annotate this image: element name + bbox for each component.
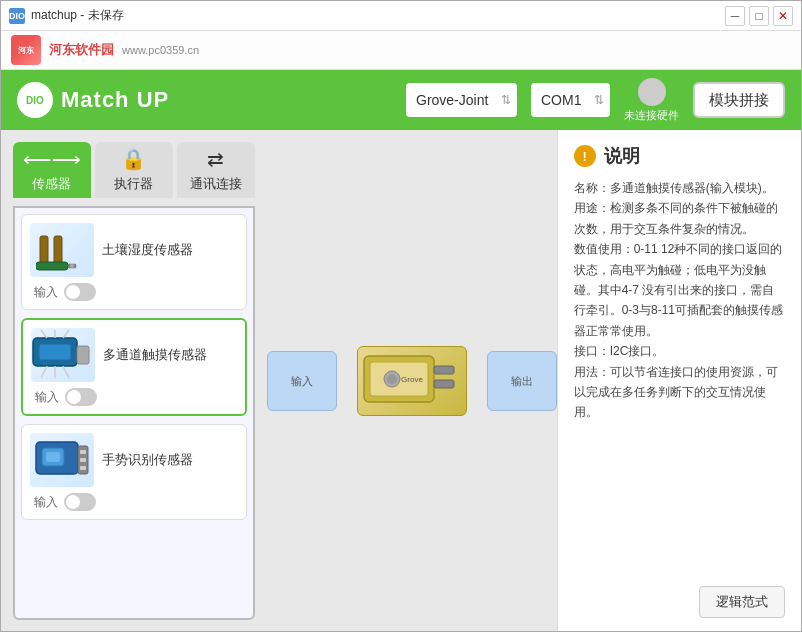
svg-line-7: [41, 330, 47, 338]
sensor-bottom: 输入: [30, 283, 238, 301]
app-logo: DIO Match UP: [17, 82, 169, 118]
input-block: 输入: [267, 351, 337, 411]
module-block: Grove: [357, 346, 467, 416]
sensor-bottom: 输入: [30, 493, 238, 511]
svg-rect-23: [434, 366, 454, 374]
svg-rect-19: [80, 458, 86, 462]
right-panel: ! 说明 名称：多通道触摸传感器(输入模块)。 用途：检测多条不同的条件下被触碰…: [557, 130, 801, 632]
svg-rect-0: [40, 236, 48, 264]
svg-rect-6: [39, 344, 71, 360]
port-select[interactable]: COM1COM2COM3: [531, 83, 610, 117]
tab-comm-label: 通讯连接: [190, 175, 242, 193]
sensor-type: 输入: [35, 389, 59, 406]
svg-rect-2: [36, 262, 68, 270]
svg-line-10: [41, 366, 47, 378]
info-header: ! 说明: [574, 144, 785, 168]
svg-rect-24: [434, 380, 454, 388]
sensor-name: 手势识别传感器: [102, 451, 193, 469]
main-area: ⟵⟶ 传感器 🔒 执行器 ⇄ 通讯连接: [1, 130, 801, 632]
sensor-top: 多通道触摸传感器: [31, 328, 237, 382]
tab-sensor-label: 传感器: [32, 175, 71, 193]
sensor-item[interactable]: 手势识别传感器 输入: [21, 424, 247, 520]
svg-text:Grove: Grove: [401, 375, 423, 384]
sensor-item[interactable]: 土壤湿度传感器 输入: [21, 214, 247, 310]
sensor-type: 输入: [34, 284, 58, 301]
svg-point-26: [387, 374, 397, 384]
device-select-wrapper: Grove-Joint: [406, 83, 517, 117]
svg-rect-16: [46, 452, 60, 462]
logo-circle: DIO: [17, 82, 53, 118]
watermark-logo: 河东: [11, 35, 41, 65]
actuator-icon: 🔒: [121, 147, 146, 171]
middle-area: 输入 Grove 输出: [267, 130, 557, 632]
tab-bar: ⟵⟶ 传感器 🔒 执行器 ⇄ 通讯连接: [13, 142, 255, 198]
conn-label: 未连接硬件: [624, 108, 679, 123]
svg-point-4: [70, 264, 74, 268]
conn-indicator: [638, 78, 666, 106]
sensor-item[interactable]: 多通道触摸传感器 输入: [21, 318, 247, 416]
sensor-toggle[interactable]: [64, 283, 96, 301]
sensor-bottom: 输入: [31, 388, 237, 406]
svg-rect-13: [77, 346, 89, 364]
info-title: 说明: [604, 144, 640, 168]
window-title: matchup - 未保存: [31, 7, 124, 24]
sensor-name: 多通道触摸传感器: [103, 346, 207, 364]
connection-status: 未连接硬件: [624, 78, 679, 123]
tab-actuator[interactable]: 🔒 执行器: [95, 142, 173, 198]
header: DIO Match UP Grove-Joint COM1COM2COM3 未连…: [1, 70, 801, 130]
watermark-url: www.pc0359.cn: [122, 44, 199, 56]
titlebar: DIO matchup - 未保存 ─ □ ✕: [1, 1, 801, 31]
output-block: 输出: [487, 351, 557, 411]
sensor-thumb: [30, 433, 94, 487]
sensor-top: 手势识别传感器: [30, 433, 238, 487]
svg-rect-20: [80, 466, 86, 470]
sensor-thumb: [31, 328, 95, 382]
app-icon: DIO: [9, 8, 25, 24]
tab-sensor[interactable]: ⟵⟶ 传感器: [13, 142, 91, 198]
sensor-list: 土壤湿度传感器 输入: [13, 206, 255, 620]
info-footer: 逻辑范式: [574, 586, 785, 618]
sensor-thumb: [30, 223, 94, 277]
titlebar-left: DIO matchup - 未保存: [9, 7, 124, 24]
watermark-bar: 河东 河东软件园 www.pc0359.cn: [1, 31, 801, 70]
sensor-top: 土壤湿度传感器: [30, 223, 238, 277]
maximize-button[interactable]: □: [749, 6, 769, 26]
left-panel: ⟵⟶ 传感器 🔒 执行器 ⇄ 通讯连接: [1, 130, 267, 632]
sensor-type: 输入: [34, 494, 58, 511]
comm-icon: ⇄: [207, 147, 224, 171]
module-button[interactable]: 模块拼接: [693, 82, 785, 118]
svg-line-9: [63, 330, 69, 338]
minimize-button[interactable]: ─: [725, 6, 745, 26]
svg-rect-18: [80, 450, 86, 454]
info-icon: !: [574, 145, 596, 167]
close-button[interactable]: ✕: [773, 6, 793, 26]
tab-comm[interactable]: ⇄ 通讯连接: [177, 142, 255, 198]
device-select[interactable]: Grove-Joint: [406, 83, 517, 117]
info-body: 名称：多通道触摸传感器(输入模块)。 用途：检测多条不同的条件下被触碰的次数，用…: [574, 178, 785, 576]
watermark-text: 河东软件园: [49, 41, 114, 59]
tab-actuator-label: 执行器: [114, 175, 153, 193]
sensor-name: 土壤湿度传感器: [102, 241, 193, 259]
logic-button[interactable]: 逻辑范式: [699, 586, 785, 618]
sensor-icon: ⟵⟶: [23, 147, 81, 171]
svg-rect-1: [54, 236, 62, 264]
sensor-toggle[interactable]: [64, 493, 96, 511]
port-select-wrapper: COM1COM2COM3: [531, 83, 610, 117]
window-controls: ─ □ ✕: [725, 6, 793, 26]
sensor-toggle[interactable]: [65, 388, 97, 406]
logo-text: Match UP: [61, 87, 169, 113]
svg-line-12: [63, 366, 69, 378]
